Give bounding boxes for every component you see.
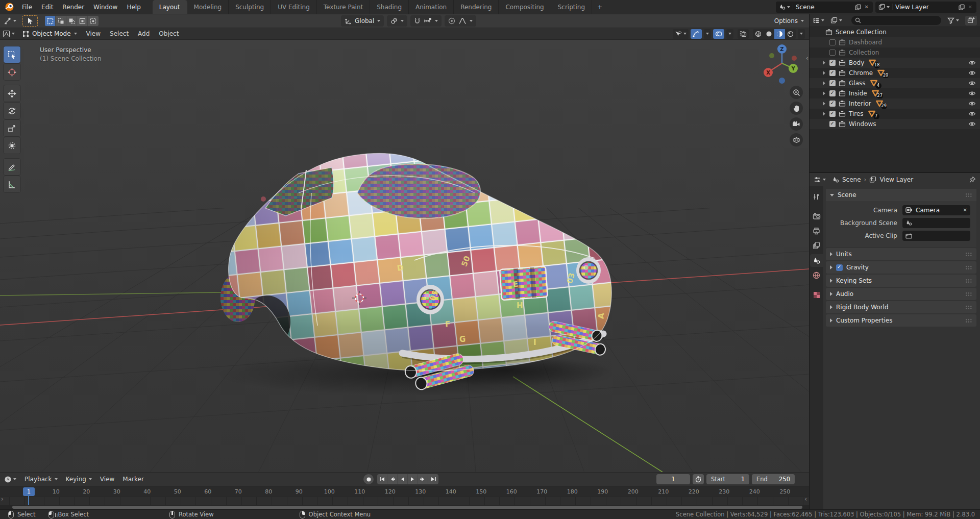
row-checkbox[interactable] <box>829 101 836 107</box>
camera-view-button[interactable] <box>790 117 803 131</box>
viewport-menu-item[interactable]: Object <box>154 30 183 37</box>
outliner-row[interactable]: Windows <box>810 119 980 129</box>
proportional-editing-toggle[interactable] <box>445 15 476 27</box>
tool-move[interactable] <box>4 85 20 102</box>
tab-render[interactable] <box>810 210 823 223</box>
background-scene-field[interactable] <box>902 218 970 228</box>
tool-rotate[interactable] <box>4 103 20 119</box>
pivot-point-dropdown[interactable] <box>387 15 407 27</box>
current-frame-field[interactable]: 1 <box>656 474 690 484</box>
xray-toggle[interactable] <box>738 29 749 39</box>
row-checkbox[interactable] <box>829 121 836 127</box>
tab-tool[interactable] <box>810 190 823 203</box>
frame-end-field[interactable]: End250 <box>752 474 795 484</box>
auto-keying-button[interactable] <box>363 474 374 484</box>
region-collapse-arrow[interactable]: ‹ <box>806 54 808 62</box>
toggle-ortho-button[interactable] <box>790 133 803 146</box>
timeline-editor-dropdown[interactable] <box>4 476 16 483</box>
prop-panel-collapsed[interactable]: Rigid Body World <box>826 301 976 313</box>
blender-logo-icon[interactable] <box>5 0 14 14</box>
eye-icon[interactable] <box>968 60 976 66</box>
select-mode-intersect[interactable] <box>88 16 99 26</box>
pan-hand-button[interactable] <box>790 102 803 115</box>
panel-drag-handle[interactable] <box>965 193 972 197</box>
panel-drag-handle[interactable] <box>965 265 972 269</box>
use-preview-range-button[interactable] <box>693 474 704 484</box>
play-button[interactable] <box>408 474 418 484</box>
eye-icon[interactable] <box>968 121 976 127</box>
panel-drag-handle[interactable] <box>965 318 972 323</box>
tab-texture[interactable] <box>810 288 823 301</box>
remove-view-layer-button[interactable]: ✕ <box>967 4 973 10</box>
timeline-collapse-arrow[interactable]: ‹ <box>804 496 807 502</box>
workspace-tab[interactable]: Animation <box>409 0 454 14</box>
timeline-menu[interactable]: Marker <box>118 476 148 483</box>
shading-material-button[interactable] <box>774 29 785 39</box>
outliner-row[interactable]: Tires 7 <box>810 109 980 119</box>
tool-select-box[interactable] <box>4 46 20 63</box>
outliner-row[interactable]: Inside 27 <box>810 88 980 98</box>
viewport-menu-item[interactable]: View <box>82 30 105 37</box>
timeline-menu[interactable]: Playback <box>20 476 62 483</box>
select-mode-set[interactable] <box>45 16 56 26</box>
outliner-row[interactable]: Chrome 20 <box>810 68 980 78</box>
workspace-tab[interactable]: Rendering <box>454 0 499 14</box>
panel-drag-handle[interactable] <box>965 279 972 283</box>
tab-output[interactable] <box>810 225 823 237</box>
shading-rendered-button[interactable] <box>785 29 796 39</box>
play-reverse-button[interactable] <box>398 474 408 484</box>
prev-keyframe-button[interactable] <box>387 474 398 484</box>
navigation-gizmo[interactable]: Z X Y <box>761 43 803 86</box>
gizmos-dropdown[interactable] <box>704 29 711 39</box>
timeline-channel-area[interactable] <box>0 497 809 505</box>
eye-icon[interactable] <box>968 90 976 96</box>
outliner-row[interactable]: Glass 4 <box>810 78 980 88</box>
outliner-row[interactable]: Interior 29 <box>810 98 980 109</box>
transform-orientation-dropdown[interactable]: Global <box>341 15 384 27</box>
row-checkbox[interactable] <box>829 60 836 66</box>
jump-to-end-button[interactable] <box>428 474 438 484</box>
shading-dropdown[interactable] <box>798 29 805 39</box>
properties-editor-dropdown[interactable] <box>814 176 826 183</box>
menubar-item[interactable]: Render <box>58 0 89 14</box>
overlays-toggle[interactable] <box>713 29 724 39</box>
select-mode-invert[interactable] <box>77 16 88 26</box>
tab-view-layer[interactable] <box>810 239 823 252</box>
panel-checkbox[interactable] <box>836 264 843 271</box>
options-dropdown[interactable]: Options <box>774 17 804 24</box>
panel-drag-handle[interactable] <box>965 305 972 309</box>
viewport-menu-item[interactable]: Select <box>105 30 133 37</box>
row-checkbox[interactable] <box>829 80 836 86</box>
menubar-item[interactable]: Edit <box>37 0 58 14</box>
outliner-search-input[interactable] <box>851 16 941 25</box>
timeline-expand-arrow[interactable]: › <box>1 496 4 502</box>
timeline-scrollbar-thumb[interactable] <box>12 506 802 509</box>
scene-icon[interactable] <box>779 4 793 10</box>
shading-wireframe-button[interactable] <box>753 29 764 39</box>
eye-icon[interactable] <box>968 101 976 107</box>
active-tool-dropdown[interactable] <box>4 17 16 25</box>
selectability-dropdown[interactable] <box>673 29 689 39</box>
row-checkbox[interactable] <box>829 111 836 117</box>
viewport-3d[interactable]: User Perspective (1) Scene Collection <box>0 40 809 472</box>
tab-world[interactable] <box>810 269 823 282</box>
outliner-editor-dropdown[interactable] <box>813 17 824 24</box>
overlays-dropdown[interactable] <box>726 29 733 39</box>
active-clip-field[interactable] <box>902 231 970 241</box>
jump-to-start-button[interactable] <box>377 474 387 484</box>
current-frame-indicator[interactable]: 1 <box>23 487 35 496</box>
expand-arrow[interactable] <box>823 61 829 65</box>
tool-transform[interactable] <box>4 137 20 154</box>
workspace-tab[interactable]: Compositing <box>499 0 551 14</box>
workspace-tab[interactable]: Shading <box>370 0 409 14</box>
row-checkbox[interactable] <box>829 90 836 96</box>
panel-drag-handle[interactable] <box>965 292 972 296</box>
unlink-scene-button[interactable]: ✕ <box>864 4 870 10</box>
zoom-button[interactable] <box>790 86 803 99</box>
expand-arrow[interactable] <box>823 91 829 95</box>
timeline-menu[interactable]: View <box>96 476 118 483</box>
timeline-menu[interactable]: Keying <box>62 476 96 483</box>
add-workspace-button[interactable]: + <box>592 0 607 14</box>
select-mode-extend[interactable] <box>56 16 66 26</box>
outliner-row[interactable]: Scene Collection <box>810 27 980 37</box>
